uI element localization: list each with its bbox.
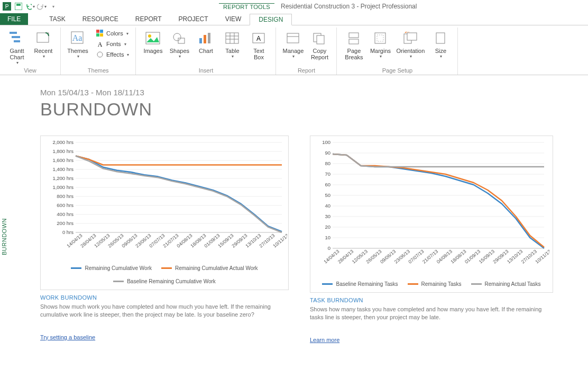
svg-rect-5 (12, 36, 20, 38)
svg-rect-11 (100, 30, 103, 33)
page-breaks-button[interactable]: PageBreaks (341, 29, 366, 61)
legend-item: Remaining Actual Tasks (471, 281, 541, 287)
svg-rect-6 (14, 40, 20, 42)
svg-rect-4 (10, 32, 17, 34)
page-breaks-icon (345, 30, 362, 47)
tab-task[interactable]: TASK (41, 13, 74, 25)
svg-rect-7 (37, 33, 49, 42)
orientation-button[interactable]: Orientation (394, 29, 427, 60)
legend-item: Remaining Tasks (408, 281, 462, 287)
tab-report[interactable]: REPORT (127, 13, 170, 25)
svg-text:30: 30 (325, 213, 330, 219)
qat-more-icon[interactable]: ▾ (49, 2, 58, 11)
svg-rect-19 (178, 38, 185, 43)
textbox-button[interactable]: ATextBox (246, 29, 271, 61)
tab-project[interactable]: PROJECT (170, 13, 217, 25)
svg-rect-37 (377, 35, 383, 41)
ribbon-tabs: FILE TASK RESOURCE REPORT PROJECT VIEW D… (0, 13, 588, 25)
svg-rect-34 (349, 33, 359, 38)
task-burndown-chart[interactable]: 010203040506070809010014/04/1328/04/1312… (310, 136, 553, 293)
fonts-button[interactable]: AFonts (94, 39, 131, 49)
work-sub-title: WORK BURNDOWN (40, 294, 289, 301)
window-title: Residential Construction 3 - Project Pro… (281, 3, 417, 10)
legend-item: Remaining Cumulative Work (71, 265, 152, 271)
svg-text:0: 0 (328, 245, 330, 251)
legend-item: Baseline Remaining Cumulative Work (113, 278, 216, 284)
margins-button[interactable]: Margins (368, 29, 393, 60)
table-icon (224, 30, 241, 47)
svg-rect-33 (317, 35, 324, 44)
svg-text:0 hrs: 0 hrs (62, 229, 74, 235)
group-page-label: Page Setup (341, 66, 453, 74)
svg-rect-40 (436, 33, 445, 43)
learnmore-link[interactable]: Learn more (310, 337, 339, 343)
group-insert-label: Insert (140, 66, 271, 74)
svg-rect-30 (287, 33, 299, 43)
svg-text:60: 60 (325, 182, 330, 187)
shapes-button[interactable]: Shapes (167, 29, 192, 60)
group-view-label: View (4, 66, 56, 74)
svg-text:70: 70 (325, 171, 330, 177)
svg-rect-22 (208, 33, 210, 43)
orientation-icon (402, 30, 419, 47)
chart-button[interactable]: Chart (193, 29, 218, 55)
svg-text:80: 80 (325, 160, 330, 166)
work-burndown-chart[interactable]: 0 hrs200 hrs400 hrs600 hrs800 hrs1,000 h… (40, 136, 289, 290)
recent-button[interactable]: Recent (31, 29, 56, 60)
undo-icon[interactable] (25, 2, 35, 11)
baseline-link[interactable]: Try setting a baseline (40, 334, 95, 340)
app-icon: P (2, 2, 12, 11)
save-icon[interactable] (14, 2, 23, 11)
images-icon (144, 30, 161, 47)
tab-design[interactable]: DESIGN (250, 14, 292, 25)
svg-rect-20 (199, 38, 202, 43)
tab-view[interactable]: VIEW (217, 13, 250, 25)
table-button[interactable]: Table (219, 29, 245, 60)
svg-text:200 hrs: 200 hrs (57, 220, 74, 226)
task-sub-title: TASK BURNDOWN (310, 297, 553, 303)
svg-text:50: 50 (325, 192, 330, 198)
shapes-icon (171, 30, 188, 47)
redo-icon[interactable] (37, 2, 47, 11)
manage-button[interactable]: Manage (280, 29, 306, 60)
svg-text:40: 40 (325, 203, 330, 209)
svg-point-18 (173, 33, 181, 41)
manage-icon (284, 30, 301, 47)
themes-button[interactable]: AaThemes (65, 29, 90, 60)
tab-resource[interactable]: RESOURCE (74, 13, 127, 25)
work-burndown-card: 0 hrs200 hrs400 hrs600 hrs800 hrs1,000 h… (40, 136, 289, 344)
margins-icon (372, 30, 389, 47)
effects-icon (96, 50, 104, 59)
effects-button[interactable]: Effects (94, 50, 131, 59)
svg-text:1,800 hrs: 1,800 hrs (52, 148, 74, 154)
svg-text:10: 10 (325, 235, 330, 240)
svg-text:800 hrs: 800 hrs (57, 193, 74, 199)
group-report-label: Report (280, 66, 332, 74)
svg-rect-21 (204, 35, 206, 43)
size-button[interactable]: Size (428, 29, 453, 60)
work-legend: Remaining Cumulative WorkRemaining Cumul… (45, 265, 284, 284)
svg-text:400 hrs: 400 hrs (57, 211, 74, 217)
svg-text:P: P (5, 4, 9, 10)
svg-text:A: A (256, 35, 261, 42)
svg-text:1,000 hrs: 1,000 hrs (52, 184, 74, 190)
title-bar: P ▾ REPORT TOOLS Residential Constructio… (0, 0, 588, 13)
svg-rect-35 (349, 39, 359, 44)
copy-icon (311, 30, 328, 47)
fonts-icon: A (96, 40, 104, 48)
svg-text:1,200 hrs: 1,200 hrs (52, 175, 74, 181)
images-button[interactable]: Images (140, 29, 166, 55)
svg-point-17 (148, 34, 151, 38)
svg-text:Aa: Aa (72, 33, 82, 42)
gantt-chart-button[interactable]: GanttChart (4, 29, 30, 66)
colors-button[interactable]: Colors (94, 29, 131, 38)
svg-rect-39 (407, 33, 417, 40)
tab-file[interactable]: FILE (0, 13, 28, 25)
ribbon: GanttChart Recent View AaThemes Colors A… (0, 25, 588, 75)
group-themes-label: Themes (65, 66, 131, 74)
svg-point-15 (97, 52, 103, 57)
task-burndown-card: 010203040506070809010014/04/1328/04/1312… (310, 136, 553, 344)
copy-report-button[interactable]: CopyReport (307, 29, 332, 61)
svg-text:90: 90 (325, 150, 330, 156)
svg-rect-23 (226, 33, 238, 43)
